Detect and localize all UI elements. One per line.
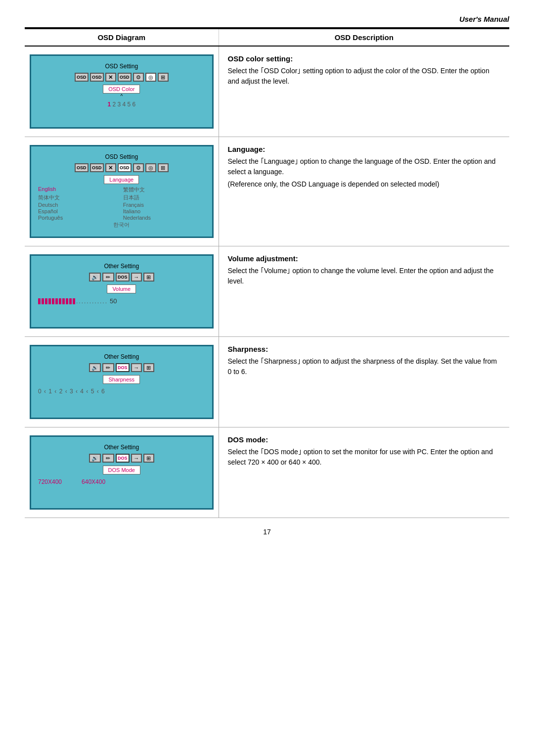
osd-diagram-language: OSD Setting OSDOSD✕OSD⚙◎⊞ Language Engli… (30, 145, 214, 238)
osd-diagram-osd-color: OSD Setting OSDOSD✕OSD⚙◎⊞ OSD Color ^ 1 … (30, 54, 214, 129)
col-header-diagram: OSD Diagram (25, 29, 219, 46)
table-row: OSD Setting OSDOSD✕OSD⚙◎⊞ Language Engli… (25, 137, 509, 246)
desc-title-language: Language: (228, 145, 501, 153)
desc-cell-sharpness: Sharpness: Select the ｢Sharpness｣ option… (219, 337, 509, 427)
osd-diagram-volume: Other Setting 🔊✏DOS→⊞ Volume ...........… (30, 254, 214, 329)
desc-text-sharpness: Select the ｢Sharpness｣ option to adjust … (228, 356, 501, 377)
desc-title-volume: Volume adjustment: (228, 254, 501, 263)
desc-text-osd-color: Select the ｢OSD Color｣ setting option to… (228, 66, 501, 87)
table-row: OSD Setting OSDOSD✕OSD⚙◎⊞ OSD Color ^ 1 … (25, 46, 509, 137)
diagram-cell-dos-mode: Other Setting 🔊✏DOS→⊞ DOS Mode 720X40064… (25, 427, 219, 518)
diagram-cell-osd-color: OSD Setting OSDOSD✕OSD⚙◎⊞ OSD Color ^ 1 … (25, 46, 219, 137)
desc-cell-dos-mode: DOS mode: Select the ｢DOS mode｣ option t… (219, 427, 509, 518)
diagram-cell-volume: Other Setting 🔊✏DOS→⊞ Volume ...........… (25, 246, 219, 337)
desc-cell-volume: Volume adjustment: Select the ｢Volume｣ o… (219, 246, 509, 337)
table-header-row: OSD Diagram OSD Description (25, 29, 509, 46)
diagram-cell-sharpness: Other Setting 🔊✏DOS→⊞ Sharpness 0 ‹ 1 ‹ … (25, 337, 219, 427)
desc-text-language: Select the ｢Language｣ option to change t… (228, 156, 501, 189)
desc-cell-language: Language: Select the ｢Language｣ option t… (219, 137, 509, 246)
table-row: Other Setting 🔊✏DOS→⊞ Volume ...........… (25, 246, 509, 337)
col-header-desc: OSD Description (219, 29, 509, 46)
table-row: Other Setting 🔊✏DOS→⊞ DOS Mode 720X40064… (25, 427, 509, 518)
osd-diagram-dos-mode: Other Setting 🔊✏DOS→⊞ DOS Mode 720X40064… (30, 435, 214, 510)
diagram-cell-language: OSD Setting OSDOSD✕OSD⚙◎⊞ Language Engli… (25, 137, 219, 246)
desc-text-volume: Select the ｢Volume｣ option to change the… (228, 266, 501, 286)
table-row: Other Setting 🔊✏DOS→⊞ Sharpness 0 ‹ 1 ‹ … (25, 337, 509, 427)
osd-diagram-sharpness: Other Setting 🔊✏DOS→⊞ Sharpness 0 ‹ 1 ‹ … (30, 345, 214, 419)
desc-title-osd-color: OSD color setting: (228, 54, 501, 63)
page-number: 17 (25, 528, 509, 536)
page: User's Manual OSD Diagram OSD Descriptio… (0, 0, 534, 756)
desc-cell-osd-color: OSD color setting: Select the ｢OSD Color… (219, 46, 509, 137)
desc-text-dos-mode: Select the ｢DOS mode｣ option to set the … (228, 447, 501, 468)
desc-title-dos-mode: DOS mode: (228, 435, 501, 444)
page-header: User's Manual (25, 15, 509, 23)
desc-title-sharpness: Sharpness: (228, 345, 501, 353)
manual-title: User's Manual (459, 15, 509, 23)
main-table: OSD Diagram OSD Description OSD Setting … (25, 28, 509, 518)
